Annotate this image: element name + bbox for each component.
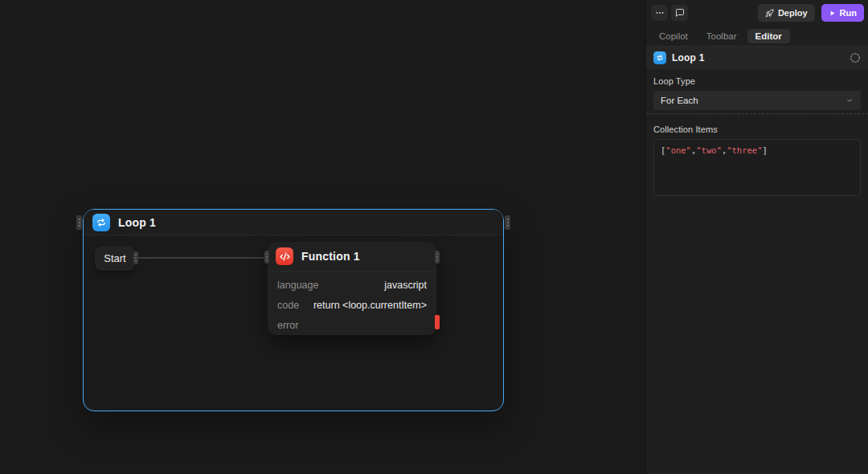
chevron-down-icon [845,96,854,104]
field-value: javascript [384,280,427,291]
function-error-port[interactable] [435,315,440,329]
json-token: "one" [665,145,691,155]
collection-items-label: Collection Items [653,125,861,134]
field-label: error [277,320,298,331]
field-label: language [277,280,318,291]
field-row-error[interactable]: error [268,315,436,335]
repeat-icon [653,51,666,64]
field-value: return <loop.currentItem> [313,300,427,311]
app-window: Loop 1 Start Function 1 [0,0,868,474]
loop-type-select[interactable]: For Each [653,91,861,110]
play-icon [829,10,836,17]
loop-type-label: Loop Type [653,76,861,86]
tab-editor[interactable]: Editor [747,29,790,43]
loop-node-header[interactable]: Loop 1 [84,210,503,235]
section-divider [646,113,868,114]
inspector-node-header[interactable]: Loop 1 [646,47,868,69]
tab-copilot[interactable]: Copilot [651,29,696,43]
function-node-header[interactable]: Function 1 [268,242,436,272]
function-node-title: Function 1 [301,250,360,263]
panel-toolbar: Deploy Run [646,0,868,26]
function-node-fields: language javascript code return <loop.cu… [268,272,436,335]
field-label: code [277,300,299,311]
inspector-content: Loop Type For Each Collection Items ["on… [646,69,868,196]
loop-type-value: For Each [661,96,698,105]
function-output-port[interactable] [435,251,440,264]
loop-input-port[interactable] [76,215,82,230]
function-input-port[interactable] [264,251,269,264]
start-node[interactable]: Start [95,246,135,271]
run-button-label: Run [840,8,857,18]
flow-canvas[interactable]: Loop 1 Start Function 1 [0,0,645,474]
json-token: "three" [727,145,762,155]
inspector-panel: Deploy Run Copilot Toolbar Editor [646,0,868,474]
field-row-language[interactable]: language javascript [268,275,436,295]
loop-output-port[interactable] [505,215,510,230]
loop-node-title: Loop 1 [118,216,156,229]
tab-toolbar[interactable]: Toolbar [698,29,745,43]
json-token: ] [762,145,767,155]
loop-node[interactable]: Loop 1 Start Function 1 [83,209,504,411]
panel-tabbar: Copilot Toolbar Editor [646,26,868,47]
start-node-label: Start [104,252,125,264]
chat-icon-button[interactable] [671,5,688,21]
deploy-button-label: Deploy [778,8,808,18]
more-button[interactable] [651,5,668,21]
collection-items-editor[interactable]: ["one","two","three"] [653,139,861,196]
rocket-icon [765,9,774,18]
repeat-icon [92,214,110,231]
edge-start-to-function[interactable] [136,257,269,259]
run-button[interactable]: Run [821,4,864,22]
function-node[interactable]: Function 1 language javascript code retu… [268,242,436,335]
inspector-node-title: Loop 1 [672,52,705,63]
code-icon [276,247,293,265]
dashed-circle-icon[interactable] [850,52,861,63]
field-row-code[interactable]: code return <loop.currentItem> [268,295,436,315]
deploy-button[interactable]: Deploy [758,4,815,22]
json-token: "two" [696,145,722,155]
